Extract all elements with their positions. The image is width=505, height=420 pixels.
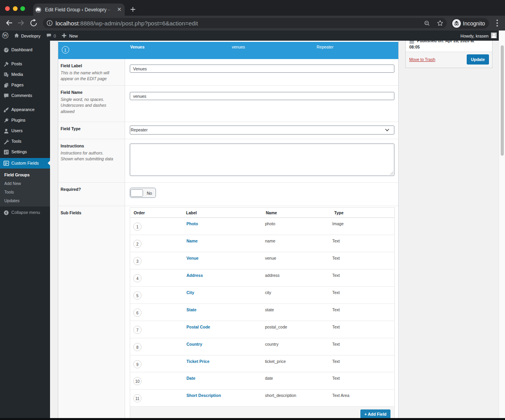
svg-text:W: W (3, 32, 8, 38)
